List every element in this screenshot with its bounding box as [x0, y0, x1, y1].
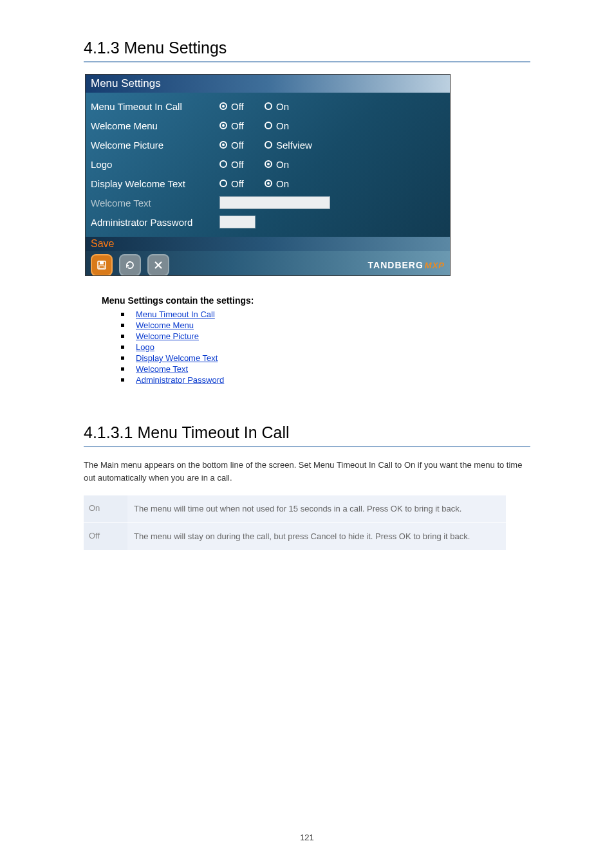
opt-menu-timeout-on[interactable]: On — [265, 101, 310, 112]
opt-label: Off — [231, 101, 244, 112]
radio-empty-icon — [265, 141, 272, 149]
link-display-welcome-text[interactable]: Display Welcome Text — [136, 353, 218, 363]
opt-welcome-menu-on[interactable]: On — [265, 120, 310, 131]
row-admin-password: Administrator Password — [91, 212, 445, 232]
opt-dwt-off[interactable]: Off — [219, 178, 265, 189]
row-welcome-picture: Welcome Picture Off Selfview — [91, 135, 445, 154]
menu-settings-link-list: Menu Timeout In Call Welcome Menu Welcom… — [121, 309, 530, 385]
row-menu-timeout: Menu Timeout In Call Off On — [91, 97, 445, 116]
welcome-text-input[interactable] — [219, 196, 330, 209]
label-menu-timeout: Menu Timeout In Call — [91, 101, 219, 112]
link-logo[interactable]: Logo — [136, 342, 154, 352]
opt-menu-timeout-off[interactable]: Off — [219, 101, 265, 112]
list-item: Welcome Picture — [121, 331, 530, 341]
opt-logo-off[interactable]: Off — [219, 159, 265, 170]
opt-welcome-menu-off[interactable]: Off — [219, 120, 265, 131]
admin-password-input[interactable] — [219, 216, 256, 228]
row-display-welcome-text: Display Welcome Text Off On — [91, 174, 445, 193]
radio-filled-icon — [219, 122, 227, 129]
on-off-description-table: On The menu will time out when not used … — [84, 495, 506, 550]
radio-filled-icon — [265, 160, 272, 168]
radio-empty-icon — [265, 102, 272, 110]
label-admin-password: Administrator Password — [91, 217, 219, 228]
save-bar: Save — [86, 237, 450, 251]
menu-settings-screenshot: Menu Settings Menu Timeout In Call Off O… — [85, 74, 451, 276]
svg-rect-2 — [99, 266, 104, 268]
opt-label: Off — [231, 120, 244, 131]
section-4-1-3-1-heading: 4.1.3.1 Menu Timeout In Call — [84, 423, 530, 447]
label-logo: Logo — [91, 159, 219, 170]
list-item: Menu Timeout In Call — [121, 309, 530, 319]
list-item: Administrator Password — [121, 375, 530, 385]
opt-label: On — [276, 178, 289, 189]
section-4-1-3-heading: 4.1.3 Menu Settings — [84, 39, 530, 62]
section-4-1-3-1-body: The Main menu appears on the bottom line… — [84, 459, 530, 484]
table-val-off: The menu will stay on during the call, b… — [127, 523, 506, 550]
bullet-icon — [121, 324, 124, 327]
opt-label: Off — [231, 140, 244, 151]
table-row: Off The menu will stay on during the cal… — [84, 522, 506, 550]
opt-label: Selfview — [276, 140, 312, 151]
refresh-icon[interactable] — [119, 254, 141, 276]
save-icon[interactable] — [91, 254, 113, 276]
opt-label: On — [276, 159, 289, 170]
link-menu-timeout[interactable]: Menu Timeout In Call — [136, 309, 215, 319]
menu-panel-body: Menu Timeout In Call Off On Welcome Menu… — [86, 93, 450, 237]
label-display-welcome-text: Display Welcome Text — [91, 178, 219, 189]
list-item: Welcome Menu — [121, 320, 530, 330]
radio-empty-icon — [219, 160, 227, 168]
row-welcome-text: Welcome Text — [91, 193, 445, 212]
close-icon[interactable] — [147, 254, 169, 276]
menu-footer: TANDBERG MXP — [86, 251, 450, 276]
link-admin-password[interactable]: Administrator Password — [136, 375, 224, 385]
link-welcome-text[interactable]: Welcome Text — [136, 364, 188, 374]
opt-label: On — [276, 101, 289, 112]
menu-panel-title: Menu Settings — [86, 75, 450, 93]
radio-filled-icon — [219, 141, 227, 149]
radio-filled-icon — [265, 180, 272, 187]
table-key-off: Off — [84, 523, 127, 550]
bullet-icon — [121, 335, 124, 338]
bullet-icon — [121, 356, 124, 360]
list-item: Display Welcome Text — [121, 353, 530, 363]
row-logo: Logo Off On — [91, 154, 445, 174]
bullet-icon — [121, 313, 124, 316]
radio-filled-icon — [219, 102, 227, 110]
brand-name: TANDBERG — [368, 260, 423, 270]
table-val-on: The menu will time out when not used for… — [127, 495, 506, 522]
link-welcome-picture[interactable]: Welcome Picture — [136, 331, 199, 341]
links-heading: Menu Settings contain the settings: — [102, 295, 530, 306]
radio-empty-icon — [265, 122, 272, 129]
row-welcome-menu: Welcome Menu Off On — [91, 116, 445, 135]
opt-welcome-picture-selfview[interactable]: Selfview — [265, 140, 329, 151]
opt-dwt-on[interactable]: On — [265, 178, 310, 189]
list-item: Welcome Text — [121, 364, 530, 374]
opt-label: Off — [231, 178, 244, 189]
bullet-icon — [121, 367, 124, 371]
bullet-icon — [121, 346, 124, 349]
label-welcome-text: Welcome Text — [91, 198, 219, 208]
table-row: On The menu will time out when not used … — [84, 495, 506, 522]
label-welcome-picture: Welcome Picture — [91, 140, 219, 151]
table-key-on: On — [84, 495, 127, 522]
radio-empty-icon — [219, 180, 227, 187]
label-welcome-menu: Welcome Menu — [91, 120, 219, 131]
opt-welcome-picture-off[interactable]: Off — [219, 140, 265, 151]
list-item: Logo — [121, 342, 530, 352]
link-welcome-menu[interactable]: Welcome Menu — [136, 320, 194, 330]
opt-label: Off — [231, 159, 244, 170]
page-number: 121 — [0, 833, 614, 842]
svg-rect-1 — [100, 261, 104, 264]
brand-logo: TANDBERG MXP — [368, 260, 445, 270]
opt-logo-on[interactable]: On — [265, 159, 310, 170]
brand-suffix: MXP — [425, 261, 445, 270]
bullet-icon — [121, 378, 124, 382]
opt-label: On — [276, 120, 289, 131]
